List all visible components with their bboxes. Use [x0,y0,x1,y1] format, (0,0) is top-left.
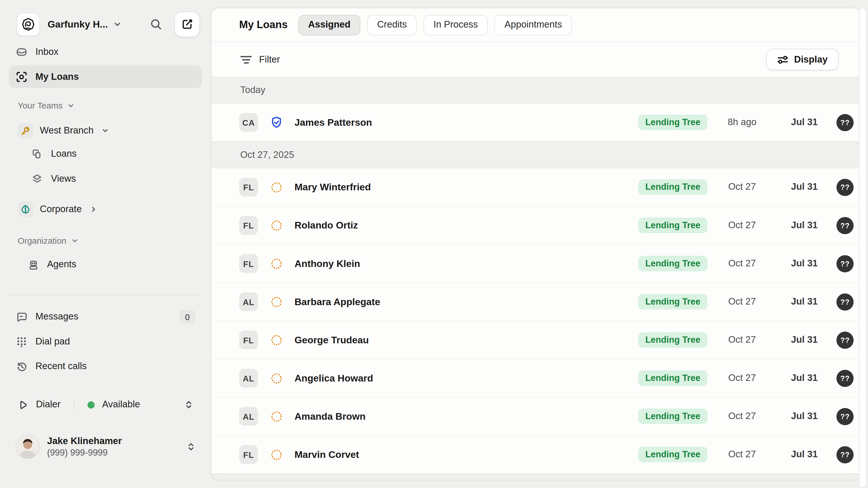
assignee-avatar-button[interactable]: ?? [836,331,854,348]
organization-header[interactable]: Organization [9,232,202,250]
tab-in-process[interactable]: In Process [423,14,488,35]
loan-row[interactable]: FL Marvin Corvet Lending Tree Oct 27 Jul… [212,436,860,474]
source-badge: Lending Tree [638,370,708,386]
workspace-name[interactable]: Garfunky H... [48,19,108,30]
pending-ring-icon [270,334,282,346]
tab-assigned[interactable]: Assigned [298,14,361,35]
borrower-name: Amanda Brown [294,410,636,422]
layers-icon [32,173,43,185]
assignee-avatar-button[interactable]: ?? [836,255,854,272]
assignee-avatar-button[interactable]: ?? [836,114,854,131]
loan-type-chip: CA [239,113,258,132]
activity-time: Oct 27 [710,373,774,384]
chevron-up-down-icon[interactable] [184,400,193,409]
sidebar-item-views[interactable]: Views [9,168,202,189]
message-icon [16,311,28,323]
compose-button[interactable] [174,11,200,37]
assignee-avatar-button[interactable]: ?? [836,293,854,310]
sidebar-item-label: Recent calls [35,361,87,372]
loan-row[interactable]: FL Anthony Klein Lending Tree Oct 27 Jul… [212,245,860,283]
loan-type-chip: FL [239,178,258,196]
sidebar-item-corporate[interactable]: Corporate [9,198,202,220]
due-date: Jul 31 [774,411,835,422]
source-badge: Lending Tree [638,408,708,424]
activity-time: Oct 27 [710,449,774,460]
scan-focus-icon [16,71,28,83]
source-badge: Lending Tree [638,218,708,233]
section-label: Organization [18,236,67,246]
user-profile[interactable]: Jake Klinehamer (999) 999-9999 [9,433,202,460]
loan-type-chip: AL [239,292,258,311]
pending-ring-icon [270,258,282,269]
tab-appointments[interactable]: Appointments [495,14,572,35]
due-date: Jul 31 [774,334,835,346]
tab-credits[interactable]: Credits [367,14,417,35]
loan-type-chip: FL [239,330,258,349]
due-date: Jul 31 [774,258,835,269]
dialer-play-icon[interactable] [18,399,28,410]
sidebar-item-dial-pad[interactable]: Dial pad [9,330,202,353]
loan-row[interactable]: FL Rolando Ortiz Lending Tree Oct 27 Jul… [212,206,860,245]
chevron-up-down-icon[interactable] [187,442,195,452]
source-badge: Lending Tree [638,447,708,462]
loan-row[interactable]: FL Mary Winterfried Lending Tree Oct 27 … [212,168,860,206]
sidebar-item-agents[interactable]: Agents [9,253,202,276]
loan-row[interactable]: FL George Trudeau Lending Tree Oct 27 Ju… [212,321,860,359]
filter-label: Filter [259,54,280,65]
loan-row[interactable]: AL Barbara Applegate Lending Tree Oct 27… [212,283,860,321]
group-date-header [212,474,860,480]
pending-ring-icon [270,372,282,384]
loan-group: Today CA James Patterson Lending Tree 8h… [212,77,860,142]
activity-time: Oct 27 [710,334,774,346]
sidebar-item-label: Messages [35,311,78,323]
loan-row[interactable]: AL Amanda Brown Lending Tree Oct 27 Jul … [212,398,860,436]
chevron-down-icon [101,127,109,134]
sidebar-item-recent-calls[interactable]: Recent calls [9,355,202,377]
loan-row[interactable]: CA James Patterson Lending Tree 8h ago J… [212,103,860,142]
display-button[interactable]: Display [766,49,839,70]
dialer-label[interactable]: Dialer [36,399,61,410]
chevron-down-icon[interactable] [113,20,122,29]
assignee-avatar-button[interactable]: ?? [836,408,854,425]
sidebar-item-messages[interactable]: Messages 0 [9,306,202,328]
due-date: Jul 31 [774,220,835,231]
sidebar-item-loans[interactable]: Loans [9,143,202,164]
loan-row[interactable]: AL Angelica Howard Lending Tree Oct 27 J… [212,359,860,398]
brain-icon [18,202,33,217]
search-icon[interactable] [150,19,162,30]
assignee-avatar-button[interactable]: ?? [836,217,854,234]
borrower-name: Anthony Klein [294,258,636,269]
sidebar-item-my-loans[interactable]: My Loans [9,65,202,88]
sidebar-item-inbox[interactable]: Inbox [9,41,202,63]
assignee-avatar-button[interactable]: ?? [836,179,854,196]
sidebar-item-west-branch[interactable]: West Branch [9,120,202,142]
activity-time: Oct 27 [710,182,774,193]
pending-ring-icon [270,296,282,308]
section-label: Your Teams [18,101,63,111]
chevron-down-icon [67,102,74,110]
source-badge: Lending Tree [638,256,708,271]
borrower-name: George Trudeau [294,334,636,346]
availability-label[interactable]: Available [102,399,140,410]
dialer-row: Dialer Available [9,394,202,415]
workspace-row: Garfunky H... [0,0,211,36]
due-date: Jul 31 [774,449,835,460]
your-teams-header[interactable]: Your Teams [9,96,202,115]
tab-bar: Assigned Credits In Process Appointments [298,14,572,35]
borrower-name: Barbara Applegate [294,296,636,308]
assignee-avatar-button[interactable]: ?? [836,446,854,463]
source-badge: Lending Tree [638,294,708,309]
filter-icon [240,55,252,65]
sidebar-item-label: My Loans [35,71,79,82]
sidebar-item-label: Dial pad [35,336,70,347]
brand-logo-icon [21,17,35,32]
assignee-avatar-button[interactable]: ?? [836,369,854,387]
chevron-right-icon [90,205,97,213]
sliders-icon [777,55,788,65]
filter-button[interactable]: Filter [240,54,280,65]
scrollbar-track[interactable] [859,8,866,488]
due-date: Jul 31 [774,182,835,193]
workspace-logo[interactable] [17,12,40,36]
profile-name: Jake Klinehamer [47,435,122,447]
sub-item-label: Views [51,173,76,185]
